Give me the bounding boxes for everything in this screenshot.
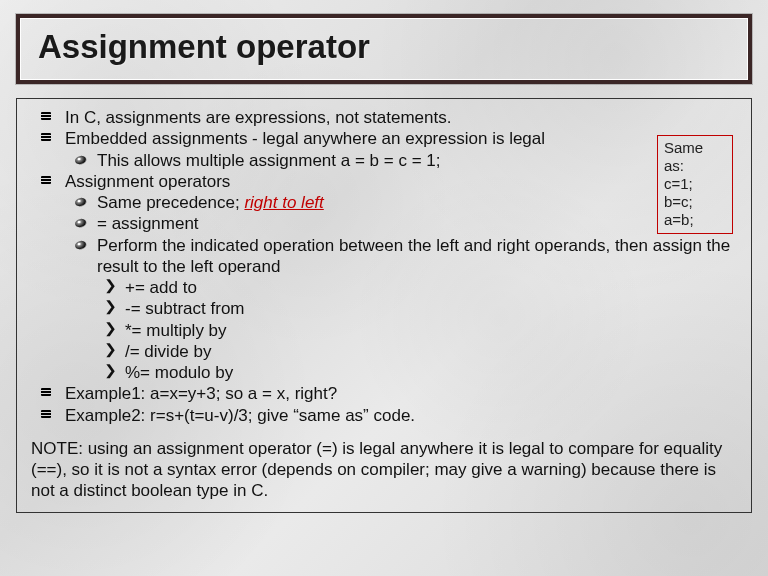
bullet-item: /= divide by [97,341,737,362]
bullet-item: Same precedence; right to left [65,192,737,213]
bullet-item: Embedded assignments - legal anywhere an… [31,128,737,171]
bullet-item: %= modulo by [97,362,737,383]
bullet-item: -= subtract from [97,298,737,319]
title-frame: Assignment operator [16,14,752,84]
bullet-item: Example2: r=s+(t=u-v)/3; give “same as” … [31,405,737,426]
bullet-item: Assignment operators Same precedence; ri… [31,171,737,384]
bullet-item: += add to [97,277,737,298]
bullet-list: In C, assignments are expressions, not s… [31,107,737,426]
right-to-left-emphasis: right to left [244,193,323,212]
bullet-item: *= multiply by [97,320,737,341]
bullet-item: Perform the indicated operation between … [65,235,737,384]
bullet-text: Assignment operators [65,172,230,191]
bullet-text: Same precedence; [97,193,244,212]
bullet-item: = assignment [65,213,737,234]
bullet-text: Perform the indicated operation between … [97,236,730,276]
bullet-text: Embedded assignments - legal anywhere an… [65,129,545,148]
slide-title: Assignment operator [38,28,730,66]
bullet-item: In C, assignments are expressions, not s… [31,107,737,128]
note-paragraph: NOTE: using an assignment operator (=) i… [31,438,737,502]
content-frame: Same as: c=1; b=c; a=b; In C, assignment… [16,98,752,513]
bullet-item: Example1: a=x=y+3; so a = x, right? [31,383,737,404]
bullet-item: This allows multiple assignment a = b = … [65,150,737,171]
